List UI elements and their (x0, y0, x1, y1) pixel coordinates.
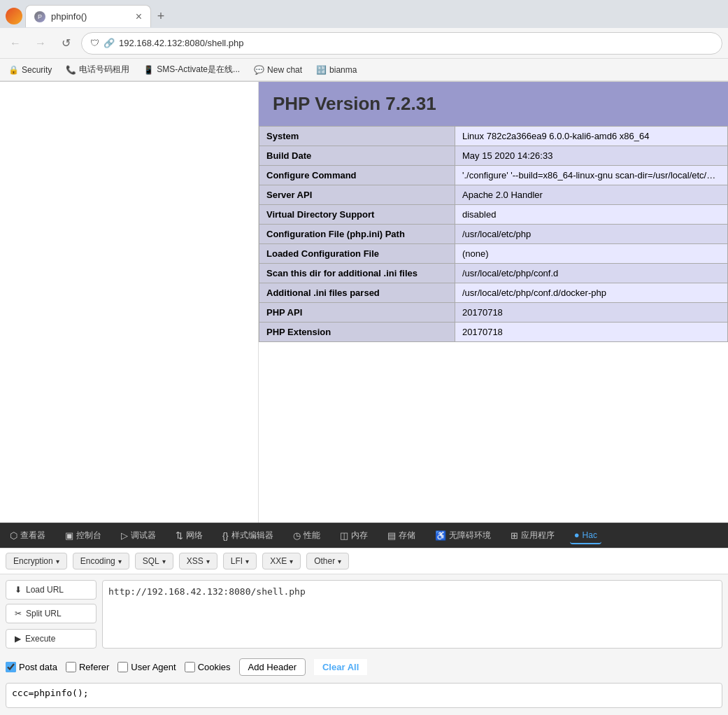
bookmark-newchat[interactable]: 💬 New chat (251, 64, 305, 76)
bookmark-newchat-label: New chat (267, 65, 302, 75)
php-header: PHP Version 7.2.31 (259, 82, 728, 126)
load-url-icon: ⬇ (15, 585, 22, 595)
bookmark-security[interactable]: 🔒 Security (6, 64, 55, 76)
table-row: Virtual Directory Supportdisabled (259, 205, 728, 225)
table-row: Loaded Configuration File(none) (259, 244, 728, 264)
hackbar-menu-sql[interactable]: SQL▾ (135, 553, 173, 569)
table-key: Configure Command (259, 166, 455, 185)
hackbar-menu-encoding[interactable]: Encoding▾ (73, 553, 129, 569)
hackbar-menu-lfi[interactable]: LFI▾ (223, 553, 257, 569)
devtools-icon-storage: ▤ (387, 530, 396, 541)
devtools-item-debugger[interactable]: ▷调试器 (117, 527, 160, 544)
bookmark-sms-label: SMS-Activate是在线... (157, 64, 240, 76)
bookmark-phone[interactable]: 📞 电话号码租用 (63, 62, 132, 77)
devtools-item-console[interactable]: ▣控制台 (61, 527, 106, 544)
bookmark-bianma[interactable]: 🔡 bianma (313, 64, 359, 76)
active-tab[interactable]: P phpinfo() × (25, 5, 151, 27)
bookmark-sms[interactable]: 📱 SMS-Activate是在线... (141, 62, 243, 77)
devtools-icon-memory: ◫ (340, 530, 348, 541)
devtools-item-accessibility[interactable]: ♿无障碍环境 (431, 527, 495, 544)
new-tab-button[interactable]: + (151, 6, 171, 26)
devtools-icon-performance: ◷ (293, 530, 301, 541)
devtools-label-storage: 存储 (399, 530, 415, 541)
table-key: PHP API (259, 303, 455, 323)
devtools-icon-accessibility: ♿ (435, 530, 446, 541)
devtools-icon-network: ⇅ (176, 530, 183, 541)
table-value: /usr/local/etc/php (455, 225, 728, 244)
browser-chrome: P phpinfo() × + ← → ↺ 🛡 🔗 192.168.42.132… (0, 0, 728, 82)
split-url-icon: ✂ (15, 609, 22, 618)
tab-favicon: P (34, 11, 45, 22)
devtools-item-network[interactable]: ⇅网络 (171, 527, 207, 544)
load-url-button[interactable]: ⬇ Load URL (6, 580, 97, 600)
devtools-label-inspect: 查看器 (20, 530, 45, 541)
refresh-button[interactable]: ↺ (56, 34, 76, 53)
phpinfo-table: SystemLinux 782c2a366ea9 6.0.0-kali6-amd… (259, 126, 728, 342)
devtools-icon-debugger: ▷ (121, 530, 128, 541)
devtools-icon-inspect: ⬡ (10, 530, 17, 541)
table-row: PHP API20170718 (259, 303, 728, 323)
devtools-label-accessibility: 无障碍环境 (449, 530, 491, 541)
table-row: SystemLinux 782c2a366ea9 6.0.0-kali6-amd… (259, 127, 728, 146)
bookmark-newchat-icon: 💬 (254, 65, 264, 75)
hackbar-body: ⬇ Load URL ✂ Split URL ▶ Execute (0, 574, 728, 654)
add-header-button[interactable]: Add Header (239, 658, 306, 676)
devtools-item-hack[interactable]: ●Hac (570, 527, 601, 544)
devtools-item-style[interactable]: {}样式编辑器 (218, 527, 278, 544)
checkbox-input-referer[interactable] (66, 662, 76, 672)
clear-all-button[interactable]: Clear All (314, 659, 367, 675)
hackbar-post-row (0, 680, 728, 715)
forward-button[interactable]: → (31, 34, 50, 53)
checkbox-post-data[interactable]: Post data (6, 662, 57, 672)
bookmark-sms-icon: 📱 (143, 65, 154, 75)
execute-button[interactable]: ▶ Execute (6, 629, 97, 649)
checkbox-input-user-agent[interactable] (117, 662, 128, 672)
bookmark-bianma-icon: 🔡 (316, 65, 327, 75)
devtools-item-inspect[interactable]: ⬡查看器 (6, 527, 50, 544)
checkbox-referer[interactable]: Referer (66, 662, 109, 672)
checkbox-cookies[interactable]: Cookies (185, 662, 231, 672)
hackbar-menu-other[interactable]: Other▾ (306, 553, 349, 569)
checkbox-input-cookies[interactable] (185, 662, 195, 672)
devtools-item-storage[interactable]: ▤存储 (383, 527, 420, 544)
table-key: Loaded Configuration File (259, 244, 455, 264)
address-bar[interactable]: 🛡 🔗 192.168.42.132:8080/shell.php (81, 32, 722, 55)
checkbox-input-post-data[interactable] (6, 662, 16, 672)
table-row: Additional .ini files parsed/usr/local/e… (259, 283, 728, 303)
table-value: /usr/local/etc/php/conf.d (455, 264, 728, 283)
split-url-button[interactable]: ✂ Split URL (6, 604, 97, 623)
devtools-item-performance[interactable]: ◷性能 (289, 527, 324, 544)
hackbar-menu-label-other: Other (314, 556, 335, 566)
url-input[interactable] (102, 580, 722, 649)
table-key: Server API (259, 185, 455, 205)
devtools-item-memory[interactable]: ◫内存 (336, 527, 372, 544)
hackbar-menu-arrow-other: ▾ (338, 558, 341, 565)
devtools-label-network: 网络 (186, 530, 203, 541)
table-row: Configuration File (php.ini) Path/usr/lo… (259, 225, 728, 244)
hackbar-url-area (102, 580, 722, 649)
table-row: PHP Extension20170718 (259, 323, 728, 342)
hackbar-options-row: Post dataRefererUser AgentCookiesAdd Hea… (0, 654, 728, 680)
table-value: './configure' '--build=x86_64-linux-gnu … (455, 166, 728, 185)
devtools-icon-style: {} (222, 530, 229, 541)
checkbox-user-agent[interactable]: User Agent (117, 662, 176, 672)
tab-close-button[interactable]: × (136, 11, 142, 22)
table-row: Server APIApache 2.0 Handler (259, 185, 728, 205)
hackbar-menu-xss[interactable]: XSS▾ (179, 553, 217, 569)
execute-icon: ▶ (15, 634, 21, 644)
page-content: PHP Version 7.2.31 SystemLinux 782c2a366… (0, 82, 728, 715)
post-data-input[interactable] (6, 683, 722, 708)
devtools-item-apps[interactable]: ⊞应用程序 (506, 527, 559, 544)
back-button[interactable]: ← (6, 34, 25, 53)
hackbar-menu-arrow-lfi: ▾ (245, 558, 249, 565)
checkbox-label-referer: Referer (79, 662, 109, 672)
hackbar-menu-label-lfi: LFI (231, 556, 243, 566)
hackbar-menu-encryption[interactable]: Encryption▾ (6, 553, 67, 569)
bookmark-phone-icon: 📞 (66, 65, 76, 75)
devtools-label-apps: 应用程序 (521, 530, 555, 541)
url-display: 192.168.42.132:8080/shell.php (119, 38, 713, 48)
table-key: Scan this dir for additional .ini files (259, 264, 455, 283)
devtools-icon-apps: ⊞ (511, 530, 518, 541)
tab-bar: P phpinfo() × + (0, 0, 728, 28)
hackbar-menu-xxe[interactable]: XXE▾ (262, 553, 301, 569)
